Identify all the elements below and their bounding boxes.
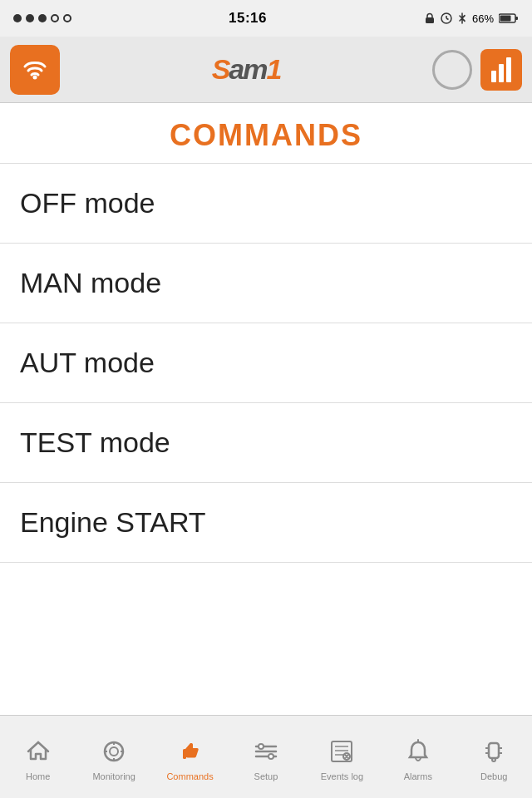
- debug-icon: [480, 738, 507, 768]
- wifi-button[interactable]: [10, 45, 60, 95]
- svg-point-18: [259, 744, 264, 749]
- dot2: [26, 14, 34, 22]
- command-test-mode[interactable]: TEST mode: [0, 403, 532, 483]
- tab-alarms-label: Alarms: [404, 771, 432, 781]
- monitoring-icon: [101, 738, 127, 768]
- tab-events-log-label: Events log: [321, 771, 363, 781]
- app-logo: Sam1: [212, 53, 281, 86]
- tab-alarms[interactable]: Alarms: [380, 733, 456, 781]
- tab-debug-label: Debug: [480, 771, 507, 781]
- header-right-controls: [432, 49, 522, 91]
- svg-point-27: [492, 758, 495, 761]
- svg-point-8: [105, 742, 123, 761]
- svg-point-9: [110, 747, 118, 756]
- page-title: COMMANDS: [0, 103, 532, 164]
- tab-bar: Home Monitoring Commands: [0, 715, 532, 798]
- svg-point-19: [268, 754, 273, 759]
- dot3: [38, 14, 47, 22]
- command-list: OFF mode MAN mode AUT mode TEST mode Eng…: [0, 164, 532, 563]
- status-bar: 15:16 66%: [0, 0, 532, 37]
- tab-events-log[interactable]: Events log: [304, 733, 380, 781]
- command-off-mode[interactable]: OFF mode: [0, 164, 532, 244]
- battery-percent: 66%: [472, 12, 494, 25]
- connection-status-circle: [432, 50, 472, 90]
- svg-rect-0: [426, 17, 434, 23]
- tab-debug[interactable]: Debug: [456, 733, 532, 781]
- tab-commands-label: Commands: [166, 771, 213, 781]
- svg-rect-5: [500, 16, 510, 22]
- lock-icon: [424, 12, 436, 24]
- dot4: [51, 14, 59, 22]
- command-engine-start[interactable]: Engine START: [0, 483, 532, 563]
- events-log-icon: [328, 738, 355, 768]
- dot5: [63, 14, 71, 22]
- svg-point-7: [33, 75, 37, 79]
- tab-home[interactable]: Home: [0, 733, 76, 781]
- bar-chart-icon: [486, 52, 516, 87]
- tab-setup[interactable]: Setup: [228, 733, 303, 781]
- clock-icon: [441, 12, 452, 24]
- tab-home-label: Home: [26, 771, 50, 781]
- status-right: 66%: [424, 12, 519, 25]
- svg-rect-26: [489, 743, 499, 758]
- chart-button[interactable]: [480, 49, 522, 91]
- svg-rect-6: [515, 17, 518, 20]
- bluetooth-icon: [457, 12, 467, 24]
- commands-icon: [177, 738, 204, 768]
- battery-icon: [499, 12, 519, 24]
- tab-setup-label: Setup: [254, 771, 278, 781]
- svg-rect-14: [183, 749, 186, 759]
- home-icon: [25, 738, 52, 768]
- command-man-mode[interactable]: MAN mode: [0, 244, 532, 323]
- signal-dots: [13, 14, 71, 22]
- command-aut-mode[interactable]: AUT mode: [0, 323, 532, 403]
- tab-commands[interactable]: Commands: [152, 733, 228, 781]
- tab-monitoring-label: Monitoring: [92, 771, 135, 781]
- wifi-icon: [20, 53, 50, 86]
- tab-monitoring[interactable]: Monitoring: [76, 733, 151, 781]
- status-time: 15:16: [229, 10, 267, 27]
- alarms-icon: [405, 738, 431, 768]
- dot1: [13, 14, 22, 22]
- svg-line-3: [446, 18, 449, 20]
- app-header: Sam1: [0, 37, 532, 103]
- setup-icon: [253, 738, 279, 768]
